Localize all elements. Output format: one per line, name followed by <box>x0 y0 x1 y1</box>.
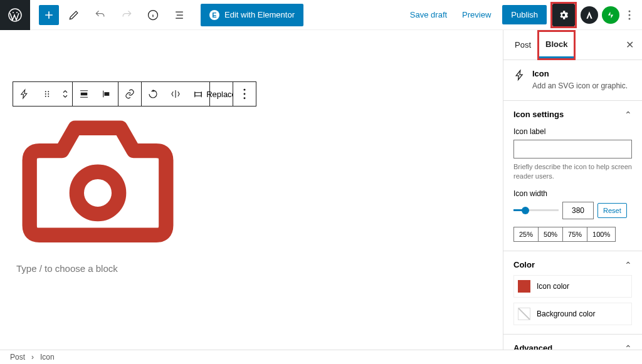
svg-point-9 <box>45 96 46 97</box>
align-button[interactable] <box>73 82 95 106</box>
edit-mode-button[interactable] <box>63 4 85 26</box>
close-sidebar-button[interactable]: ✕ <box>622 39 637 51</box>
bg-color-swatch <box>518 308 530 320</box>
replace-button[interactable]: Replace <box>210 82 233 106</box>
svg-rect-13 <box>195 93 202 96</box>
more-options-button[interactable] <box>622 10 637 20</box>
icon-color-swatch <box>518 280 530 293</box>
chevron-up-icon: ⌃ <box>624 110 632 120</box>
outline-button[interactable] <box>168 4 191 26</box>
block-tab-highlight: Block <box>537 30 576 60</box>
block-name: Icon <box>532 69 628 78</box>
drag-handle[interactable] <box>36 82 58 106</box>
link-button[interactable] <box>118 82 141 106</box>
icon-color-label: Icon color <box>537 282 569 291</box>
info-button[interactable] <box>142 4 164 26</box>
save-draft-button[interactable]: Save draft <box>403 5 455 24</box>
svg-point-14 <box>244 89 246 91</box>
panel-title: Icon settings <box>513 110 564 119</box>
svg-point-15 <box>244 93 246 95</box>
chevron-up-icon: ⌃ <box>624 343 632 350</box>
jetpack-icon[interactable] <box>602 6 619 24</box>
tab-post[interactable]: Post <box>508 33 537 57</box>
flip-button[interactable] <box>164 82 187 106</box>
svg-point-4 <box>629 18 631 19</box>
svg-point-6 <box>48 91 49 92</box>
icon-width-slider[interactable] <box>513 206 559 215</box>
preset-75[interactable]: 75% <box>563 227 587 241</box>
block-type-button[interactable] <box>13 82 36 106</box>
move-up-down-button[interactable] <box>58 82 72 106</box>
icon-settings-panel-toggle[interactable]: Icon settings ⌃ <box>513 110 632 120</box>
icon-color-row[interactable]: Icon color <box>513 275 632 298</box>
block-description: Add an SVG icon or graphic. <box>532 81 628 91</box>
block-prompt[interactable]: Type / to choose a block <box>16 263 487 274</box>
svg-point-2 <box>629 10 631 12</box>
background-color-row[interactable]: Background color <box>513 303 632 325</box>
bg-color-label: Background color <box>537 309 595 318</box>
wordpress-logo[interactable] <box>0 0 30 30</box>
svg-point-17 <box>76 172 118 214</box>
block-more-button[interactable] <box>233 82 256 106</box>
icon-width-label: Icon width <box>513 189 632 198</box>
chevron-right-icon: › <box>31 353 34 361</box>
rotate-button[interactable] <box>142 82 164 106</box>
icon-label-label: Icon label <box>513 127 632 136</box>
color-panel-toggle[interactable]: Color ⌃ <box>513 260 632 270</box>
svg-point-7 <box>45 93 46 95</box>
block-toolbar: Replace <box>13 81 256 107</box>
edit-with-elementor-button[interactable]: E Edit with Elementor <box>201 4 303 26</box>
icon-label-help: Briefly describe the icon to help screen… <box>513 162 632 182</box>
preset-25[interactable]: 25% <box>514 227 539 241</box>
justify-button[interactable] <box>95 82 118 106</box>
breadcrumb: Post › Icon <box>0 350 642 364</box>
preset-100[interactable]: 100% <box>587 227 615 241</box>
svg-point-8 <box>48 93 49 95</box>
svg-point-16 <box>244 97 246 99</box>
svg-rect-11 <box>81 93 88 96</box>
chevron-up-icon: ⌃ <box>624 260 632 270</box>
breadcrumb-current[interactable]: Icon <box>40 353 55 361</box>
breadcrumb-root[interactable]: Post <box>10 353 25 361</box>
svg-point-3 <box>629 14 631 16</box>
icon-width-reset-button[interactable]: Reset <box>597 203 627 218</box>
camera-icon-block[interactable] <box>16 105 179 248</box>
settings-highlight <box>550 2 577 28</box>
svg-point-10 <box>48 96 49 97</box>
advanced-panel-toggle[interactable]: Advanced ⌃ <box>513 343 632 350</box>
icon-label-input[interactable] <box>513 140 632 159</box>
elementor-icon: E <box>209 10 219 20</box>
advanced-panel-title: Advanced <box>513 343 552 350</box>
svg-rect-12 <box>105 93 109 96</box>
publish-button[interactable]: Publish <box>502 5 547 24</box>
bolt-icon <box>513 69 526 84</box>
svg-point-5 <box>45 91 46 92</box>
color-panel-title: Color <box>513 260 535 269</box>
add-block-button[interactable] <box>39 5 59 25</box>
redo-button[interactable] <box>115 4 138 26</box>
elementor-label: Edit with Elementor <box>224 10 295 19</box>
icon-width-input[interactable] <box>562 202 594 219</box>
astra-icon[interactable] <box>581 6 598 24</box>
settings-button[interactable] <box>552 4 575 26</box>
undo-button[interactable] <box>89 4 112 26</box>
preview-button[interactable]: Preview <box>455 5 498 24</box>
tab-block[interactable]: Block <box>539 32 574 58</box>
preset-50[interactable]: 50% <box>539 227 563 241</box>
